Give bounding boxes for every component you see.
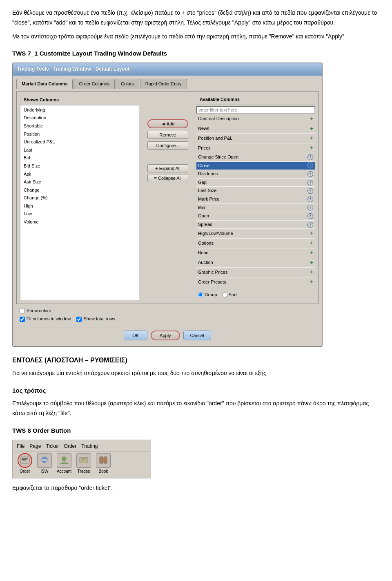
apply-button[interactable]: Apply xyxy=(151,331,180,340)
account-icon-box: Account xyxy=(55,453,73,475)
dialog-screenshot: Trading Tools - Trading Window - Default… xyxy=(12,63,323,346)
available-item-label: Close xyxy=(198,162,209,170)
account-icon[interactable] xyxy=(57,453,71,468)
list-item[interactable]: Mid i xyxy=(196,204,315,212)
list-item[interactable]: Bid Size xyxy=(20,162,139,170)
menu-file[interactable]: File xyxy=(17,442,24,450)
tab-rapid-order[interactable]: Rapid Order Entry xyxy=(140,79,187,89)
isw-icon[interactable]: ISW xyxy=(37,453,52,468)
expand-collapse-group: + Expand All = Collapse All xyxy=(147,164,188,182)
list-item[interactable]: Last xyxy=(20,146,139,154)
available-columns-header: Available Columns xyxy=(196,95,315,105)
list-item[interactable]: Auction + xyxy=(196,258,315,268)
order-icon[interactable] xyxy=(18,453,32,468)
list-item[interactable]: Order Presets + xyxy=(196,277,315,287)
sort-label: Sort xyxy=(229,291,237,299)
menu-order[interactable]: Order xyxy=(64,442,77,450)
svg-point-6 xyxy=(62,457,66,461)
group-label: Group xyxy=(205,291,217,299)
available-item-label: Dividends xyxy=(198,170,218,178)
svg-rect-10 xyxy=(100,457,103,463)
group-sort-radio: Group Sort xyxy=(196,290,315,300)
list-item[interactable]: Open i xyxy=(196,212,315,221)
add-button[interactable]: ◄ Add xyxy=(147,119,188,128)
list-item[interactable]: Graphic Prices + xyxy=(196,268,315,277)
filter-input[interactable] xyxy=(196,106,315,114)
info-icon: i xyxy=(307,188,313,194)
list-item[interactable]: Shortable xyxy=(20,122,139,130)
show-colors-checkbox[interactable] xyxy=(20,308,25,313)
list-item[interactable]: High/Low/Volume + xyxy=(196,229,315,239)
available-item-label: Gap xyxy=(198,179,207,186)
list-item[interactable]: Ask xyxy=(20,170,139,179)
list-item[interactable]: Change xyxy=(20,186,139,194)
sort-radio-label[interactable]: Sort xyxy=(222,291,237,299)
isw-icon-box: ISW ISW xyxy=(36,453,53,475)
menu-ticker[interactable]: Ticker xyxy=(46,442,59,450)
list-item[interactable]: Position xyxy=(20,130,139,139)
list-item[interactable]: Bid xyxy=(20,154,139,162)
sort-radio[interactable] xyxy=(222,292,227,297)
configure-button[interactable]: Configure... xyxy=(147,141,188,150)
trades-icon[interactable] xyxy=(76,453,91,468)
group-radio[interactable] xyxy=(198,292,203,297)
list-item[interactable]: Spread i xyxy=(196,221,315,229)
available-columns-panel: Available Columns Contract Description +… xyxy=(196,95,315,300)
list-item[interactable]: Contract Description + xyxy=(196,114,315,124)
tab-order-columns[interactable]: Order Columns xyxy=(74,79,115,89)
info-icon: i xyxy=(307,205,313,210)
cancel-button[interactable]: Cancel xyxy=(183,331,211,340)
plus-icon: + xyxy=(310,134,313,143)
list-item[interactable]: Change (%) xyxy=(20,194,139,202)
list-item[interactable]: Unrealized P&L xyxy=(20,138,139,146)
list-item[interactable]: Prices + xyxy=(196,143,315,153)
book-icon[interactable] xyxy=(96,453,111,468)
list-item[interactable]: Mark Price i xyxy=(196,195,315,204)
list-item[interactable]: Volume xyxy=(20,218,139,226)
info-icon: i xyxy=(307,171,313,177)
plus-icon: + xyxy=(310,268,313,277)
available-columns-list: Contract Description + News + Position a… xyxy=(196,114,315,287)
list-item[interactable]: Gap i xyxy=(196,179,315,187)
tab-colors[interactable]: Colors xyxy=(116,79,139,89)
trades-label: Trades xyxy=(78,468,90,475)
list-item[interactable]: Underlying xyxy=(20,106,139,114)
isw-label: ISW xyxy=(41,468,49,475)
tab-content: Shown Columns Underlying Description Sho… xyxy=(16,91,318,304)
list-item[interactable]: Low xyxy=(20,210,139,218)
collapse-all-button[interactable]: = Collapse All xyxy=(147,174,188,182)
plus-icon: + xyxy=(310,144,313,152)
list-item[interactable]: Options + xyxy=(196,239,315,248)
book-label: Book xyxy=(99,468,108,475)
fit-columns-checkbox[interactable] xyxy=(20,317,25,322)
list-item[interactable]: Position and P&L + xyxy=(196,134,315,143)
available-item-label: Graphic Prices xyxy=(198,269,227,276)
isw-icon-svg: ISW xyxy=(39,455,50,466)
available-item-label: News xyxy=(198,125,209,132)
list-item[interactable]: Dividends i xyxy=(196,170,315,179)
list-item-selected[interactable]: Close i xyxy=(196,162,315,170)
list-item[interactable]: Description xyxy=(20,114,139,122)
list-item[interactable]: Change Since Open i xyxy=(196,153,315,162)
menu-page[interactable]: Page xyxy=(29,442,41,450)
group-radio-label[interactable]: Group xyxy=(198,291,217,299)
svg-rect-0 xyxy=(20,457,29,463)
fit-columns-label: Fit columns to window xyxy=(27,315,71,323)
menu-trading[interactable]: Trading xyxy=(81,442,98,450)
paragraph-3: Για να εισάγουμε μία εντολή υπάρχουν αρκ… xyxy=(12,369,380,378)
way1-heading: 1ος τρόπος xyxy=(12,386,380,396)
list-item[interactable]: Last Size i xyxy=(196,187,315,195)
list-item[interactable]: News + xyxy=(196,124,315,134)
remove-button[interactable]: Remove xyxy=(147,131,188,139)
order-label: Order xyxy=(20,468,30,475)
list-item[interactable]: Bond + xyxy=(196,248,315,258)
list-item[interactable]: Ask Size xyxy=(20,178,139,186)
list-item[interactable]: High xyxy=(20,202,139,210)
show-total-rows-checkbox[interactable] xyxy=(76,317,82,322)
show-colors-row: Show colors xyxy=(20,307,315,315)
expand-all-button[interactable]: + Expand All xyxy=(147,164,188,172)
order-icon-svg xyxy=(19,455,31,466)
ok-button[interactable]: OK xyxy=(124,331,147,340)
paragraph-2: Με τον αντίστοιχο τρόπο αφαιρούμε ένα πε… xyxy=(12,32,380,42)
tab-market-data[interactable]: Market Data Columns xyxy=(16,79,73,89)
